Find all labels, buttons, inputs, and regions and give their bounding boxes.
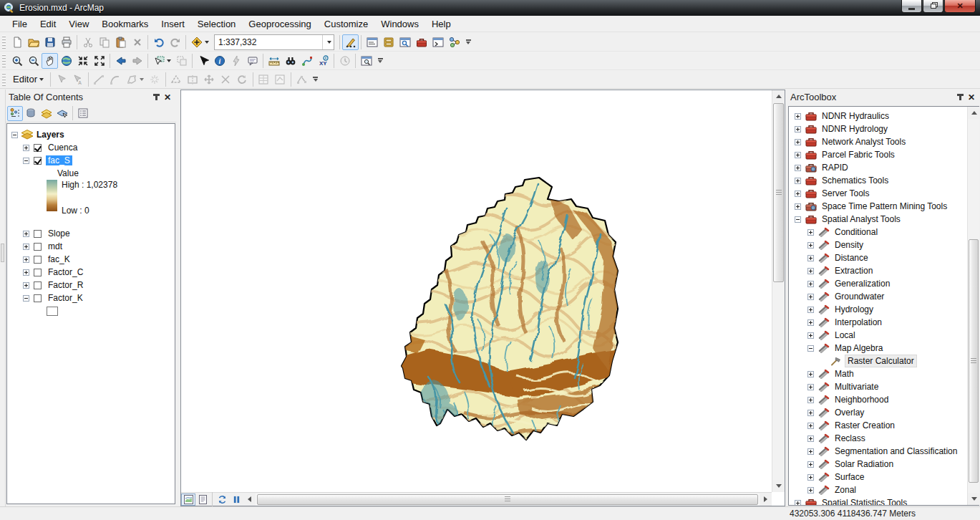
delete-button[interactable] [129, 34, 145, 50]
toc-header[interactable]: Table Of Contents ✕ [6, 90, 176, 105]
layer-label[interactable]: Cuenca [46, 143, 79, 153]
expand-icon[interactable] [795, 203, 801, 210]
python-button[interactable] [430, 34, 446, 50]
scale-dropdown-button[interactable] [322, 35, 334, 49]
map-vertical-scrollbar[interactable] [772, 90, 785, 492]
dock-splitter-handle[interactable] [1, 244, 4, 262]
toolset-item[interactable]: Multivariate [789, 380, 979, 393]
toolbox-item[interactable]: Spatial Statistics Tools [789, 496, 979, 506]
collapse-icon[interactable] [11, 132, 18, 138]
search-button[interactable] [397, 34, 413, 50]
layer-checkbox-unchecked[interactable] [34, 256, 42, 264]
toolbox-item-label[interactable]: Network Analyst Tools [820, 136, 908, 148]
toolset-label[interactable]: Extraction [833, 265, 875, 276]
toolbox-item[interactable]: RAPID [789, 161, 979, 174]
toolset-item[interactable]: Raster Creation [789, 419, 979, 432]
toolset-item[interactable]: Extraction [789, 264, 979, 277]
toolbar-grip[interactable] [2, 54, 6, 67]
scrollbar-thumb[interactable] [257, 494, 758, 505]
scroll-left-button[interactable] [243, 493, 256, 506]
toolbox-item[interactable]: Spatial Analyst Tools [789, 213, 979, 226]
toolset-label[interactable]: Groundwater [833, 291, 886, 302]
data-view-button[interactable] [181, 493, 195, 506]
expand-icon[interactable] [807, 371, 814, 377]
expand-icon[interactable] [795, 500, 801, 506]
expand-icon[interactable] [807, 307, 814, 313]
expand-icon[interactable] [807, 242, 814, 249]
cut-button[interactable] [79, 34, 96, 50]
expand-icon[interactable] [807, 294, 814, 300]
toolset-label[interactable]: Math [833, 368, 856, 380]
edit-annotation-button[interactable]: A [69, 72, 86, 87]
toolbox-item-label[interactable]: Spatial Analyst Tools [820, 213, 903, 225]
minimize-button[interactable] [901, 0, 922, 13]
layer-label-selected[interactable]: fac_S [46, 155, 72, 165]
collapse-icon[interactable] [23, 158, 29, 164]
expand-icon[interactable] [23, 231, 29, 237]
full-extent-button[interactable] [58, 53, 74, 69]
toolset-item[interactable]: Segmentation and Classification [789, 445, 979, 458]
toolbar-grip[interactable] [2, 73, 6, 86]
rotate-tool-button[interactable] [234, 72, 251, 87]
expand-icon[interactable] [795, 139, 801, 145]
catalog-button[interactable] [380, 34, 397, 50]
expand-icon[interactable] [807, 268, 814, 274]
toolset-label[interactable]: Local [833, 329, 858, 341]
menu-file[interactable]: File [6, 16, 34, 32]
layer-row-factor-r[interactable]: Factor_R [7, 279, 175, 292]
map-horizontal-scrollbar[interactable] [256, 493, 760, 506]
menu-customize[interactable]: Customize [318, 16, 374, 32]
toolbox-item-label[interactable]: RAPID [820, 162, 850, 173]
edit-vertices-button[interactable] [293, 72, 310, 87]
cut-polygons-button[interactable] [185, 72, 201, 87]
expand-icon[interactable] [795, 126, 801, 133]
split-tool-button[interactable] [218, 72, 234, 87]
scrollbar-thumb[interactable] [969, 239, 979, 483]
expand-icon[interactable] [807, 474, 814, 481]
scroll-up-button[interactable] [772, 90, 785, 102]
toolset-item[interactable]: Density [789, 239, 979, 251]
toolset-label[interactable]: Raster Creation [833, 420, 897, 431]
menu-windows[interactable]: Windows [374, 16, 425, 32]
layer-row-factor-c[interactable]: Factor_C [7, 266, 175, 279]
toolbox-item[interactable]: Parcel Fabric Tools [789, 148, 979, 161]
expand-icon[interactable] [23, 256, 29, 263]
expand-icon[interactable] [795, 113, 801, 120]
straight-segment-button[interactable] [91, 72, 107, 87]
go-to-xy-button[interactable]: XY [315, 53, 331, 69]
toolbox-item[interactable]: Server Tools [789, 187, 979, 200]
toolset-item[interactable]: Zonal [789, 483, 979, 496]
toolbar-overflow-button[interactable] [376, 53, 384, 69]
toolset-label[interactable]: Surface [833, 471, 866, 483]
layer-label[interactable]: Factor_R [46, 280, 85, 290]
collapse-icon[interactable] [23, 295, 29, 302]
menu-bookmarks[interactable]: Bookmarks [95, 16, 155, 32]
back-extent-button[interactable] [112, 53, 129, 69]
layer-checkbox-unchecked[interactable] [34, 269, 42, 276]
toolset-item[interactable]: Reclass [789, 432, 979, 445]
select-features-button[interactable] [150, 53, 173, 69]
toolbar-overflow-button[interactable] [464, 34, 472, 50]
toolbox-item-label[interactable]: Server Tools [820, 188, 871, 199]
edit-tool-button[interactable] [53, 72, 69, 87]
expand-icon[interactable] [807, 229, 814, 236]
tool-item-raster-calculator[interactable]: Raster Calculator [789, 355, 979, 367]
toolset-label[interactable]: Multivariate [833, 381, 880, 393]
scroll-right-button[interactable] [760, 493, 772, 506]
toolset-item[interactable]: Math [789, 367, 979, 380]
expand-icon[interactable] [807, 423, 814, 429]
menu-selection[interactable]: Selection [191, 16, 242, 32]
time-slider-button[interactable] [336, 53, 353, 69]
arctoolbox-button[interactable] [413, 34, 430, 50]
menu-help[interactable]: Help [425, 16, 457, 32]
map-scale-value[interactable]: 1:337,332 [215, 37, 322, 47]
expand-icon[interactable] [807, 435, 814, 442]
layer-label[interactable]: Factor_C [46, 267, 85, 277]
arctoolbox-scrollbar[interactable] [967, 107, 979, 505]
restore-button[interactable] [923, 0, 943, 13]
copy-button[interactable] [96, 34, 112, 50]
endpoint-arc-button[interactable] [107, 72, 124, 87]
layers-root-label[interactable]: Layers [37, 130, 64, 140]
scroll-down-button[interactable] [968, 493, 980, 505]
expand-icon[interactable] [795, 191, 801, 197]
